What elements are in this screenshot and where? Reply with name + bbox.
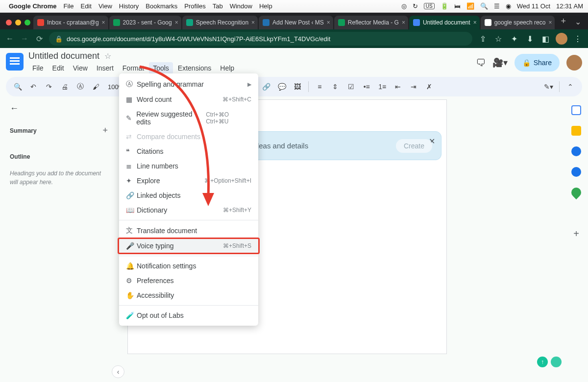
mac-menu-history[interactable]: History: [119, 2, 139, 10]
bookmark-star-icon[interactable]: ☆: [493, 34, 504, 44]
collapse-toolbar-icon[interactable]: ⌃: [564, 81, 576, 93]
tasks-icon[interactable]: [571, 146, 581, 156]
close-tab-icon[interactable]: ×: [473, 19, 477, 26]
close-tab-icon[interactable]: ×: [402, 19, 405, 26]
app-name[interactable]: Google Chrome: [9, 2, 57, 10]
add-summary-icon[interactable]: +: [102, 125, 108, 136]
menu-extensions[interactable]: Extensions: [174, 62, 215, 74]
minimize-window-button[interactable]: [15, 20, 21, 25]
profile-avatar-icon[interactable]: [556, 33, 567, 45]
back-button[interactable]: ←: [5, 34, 15, 43]
grammarly-badge[interactable]: ↑: [537, 357, 562, 367]
clear-formatting-icon[interactable]: ✗: [423, 81, 435, 93]
forward-button[interactable]: →: [20, 34, 29, 43]
close-tab-icon[interactable]: ×: [102, 19, 105, 26]
sync-icon[interactable]: ↻: [413, 2, 418, 10]
menubar-time[interactable]: 12:31 AM: [556, 2, 583, 10]
tab-overflow-button[interactable]: ⌄: [575, 17, 588, 29]
spotlight-icon[interactable]: 🔍: [480, 2, 488, 10]
paint-format-icon[interactable]: 🖌: [90, 81, 102, 93]
insert-link-icon[interactable]: 🔗: [260, 81, 272, 93]
close-outline-icon[interactable]: ←: [10, 103, 108, 114]
print-icon[interactable]: 🖨: [59, 81, 71, 93]
siri-icon[interactable]: ◉: [506, 2, 511, 10]
editing-mode-icon[interactable]: ✎▾: [542, 81, 554, 93]
account-avatar[interactable]: [566, 55, 582, 71]
mac-menu-view[interactable]: View: [98, 2, 112, 10]
numbered-list-icon[interactable]: 1≡: [376, 81, 388, 93]
grammarly-icon[interactable]: [551, 357, 562, 367]
browser-tab[interactable]: 2023 - sent - Goog×: [109, 16, 181, 29]
tools-menu-item[interactable]: 🧪Opt out of Labs: [119, 308, 258, 323]
increase-indent-icon[interactable]: ⇥: [408, 81, 419, 93]
close-tab-icon[interactable]: ×: [175, 19, 178, 26]
insert-image-icon[interactable]: 🖼: [292, 81, 303, 93]
browser-tab[interactable]: Inbox - cprataan@g×: [33, 16, 108, 29]
line-spacing-icon[interactable]: ⇕: [329, 81, 341, 93]
browser-tab[interactable]: Add New Post ‹ MS×: [259, 16, 333, 29]
tools-menu-item[interactable]: ✎Review suggested editsCtrl+⌘O Ctrl+⌘U: [119, 107, 258, 129]
mac-menu-tab[interactable]: Tab: [213, 2, 223, 10]
undo-icon[interactable]: ↶: [27, 81, 39, 93]
input-source[interactable]: US: [424, 3, 435, 9]
menubar-date[interactable]: Wed 11 Oct: [517, 2, 550, 10]
control-center-icon[interactable]: ☰: [494, 2, 500, 10]
close-tab-icon[interactable]: ×: [327, 19, 330, 26]
address-bar[interactable]: 🔒 docs.google.com/document/d/1y8uW4-GWUV…: [49, 32, 472, 46]
tools-menu-item[interactable]: ✦Explore⌘+Option+Shift+I: [119, 173, 258, 188]
side-panel-icon[interactable]: ◧: [540, 34, 551, 44]
mac-menu-window[interactable]: Window: [230, 2, 252, 10]
create-button[interactable]: Create: [396, 139, 432, 153]
mac-menu-file[interactable]: File: [64, 2, 74, 10]
tools-menu-item[interactable]: 🎤Voice typing⌘+Shift+S: [119, 239, 258, 253]
star-icon[interactable]: ☆: [104, 51, 111, 61]
share-button[interactable]: 🔒 Share: [514, 54, 560, 72]
browser-tab[interactable]: Speech Recognition×: [182, 16, 258, 29]
menu-insert[interactable]: Insert: [93, 62, 118, 74]
tools-menu-item[interactable]: ▦Word count⌘+Shift+C: [119, 92, 258, 107]
tools-menu-item[interactable]: ⒶSpelling and grammar▶: [119, 76, 258, 92]
menu-edit[interactable]: Edit: [49, 62, 68, 74]
close-tab-icon[interactable]: ×: [251, 19, 255, 26]
new-tab-button[interactable]: +: [561, 16, 566, 26]
collapse-outline-icon[interactable]: ‹: [112, 365, 124, 378]
browser-tab[interactable]: Untitled document×: [409, 16, 480, 29]
tools-menu-item[interactable]: ❝Citations: [119, 144, 258, 159]
grammarly-menu-icon[interactable]: ◎: [401, 2, 407, 10]
reload-button[interactable]: ⟳: [34, 34, 44, 44]
mac-menu-help[interactable]: Help: [259, 2, 272, 10]
menu-file[interactable]: File: [28, 62, 48, 74]
add-ons-icon[interactable]: +: [571, 229, 581, 239]
align-icon[interactable]: ≡: [314, 81, 325, 93]
comments-history-icon[interactable]: 🗨: [476, 57, 486, 69]
grammarly-status-icon[interactable]: ↑: [537, 357, 548, 367]
browser-tab[interactable]: google speech reco×: [481, 16, 555, 29]
downloads-icon[interactable]: ⬇: [524, 34, 535, 44]
do-not-disturb-icon[interactable]: 🛏: [454, 2, 461, 10]
bulleted-list-icon[interactable]: •≡: [361, 81, 372, 93]
menu-view[interactable]: View: [69, 62, 92, 74]
menu-format[interactable]: Format: [119, 62, 148, 74]
share-page-icon[interactable]: ⇪: [477, 34, 488, 44]
document-title[interactable]: Untitled document: [28, 51, 99, 61]
meet-call-icon[interactable]: 🎥▾: [492, 57, 508, 68]
checklist-icon[interactable]: ☑: [345, 81, 357, 93]
contacts-icon[interactable]: [571, 167, 581, 177]
add-comment-icon[interactable]: 💬: [276, 81, 288, 93]
close-window-button[interactable]: [6, 20, 12, 25]
mac-menu-profiles[interactable]: Profiles: [184, 2, 205, 10]
tools-menu-item[interactable]: ✋Accessibility: [119, 288, 258, 303]
maps-icon[interactable]: [569, 186, 583, 199]
menu-tools[interactable]: Tools: [149, 62, 173, 74]
chrome-menu-icon[interactable]: ⋮: [572, 34, 583, 44]
browser-tab[interactable]: Reflector Media - G×: [334, 16, 408, 29]
mac-menu-edit[interactable]: Edit: [80, 2, 91, 10]
extensions-icon[interactable]: ✦: [509, 34, 519, 44]
calendar-icon[interactable]: [571, 105, 581, 115]
tools-menu-item[interactable]: ⚙Preferences: [119, 273, 258, 288]
keep-icon[interactable]: [571, 126, 581, 136]
decrease-indent-icon[interactable]: ⇤: [392, 81, 404, 93]
wifi-icon[interactable]: 📶: [466, 2, 474, 10]
tools-menu-item[interactable]: 🔗Linked objects: [119, 188, 258, 203]
maximize-window-button[interactable]: [24, 20, 30, 25]
